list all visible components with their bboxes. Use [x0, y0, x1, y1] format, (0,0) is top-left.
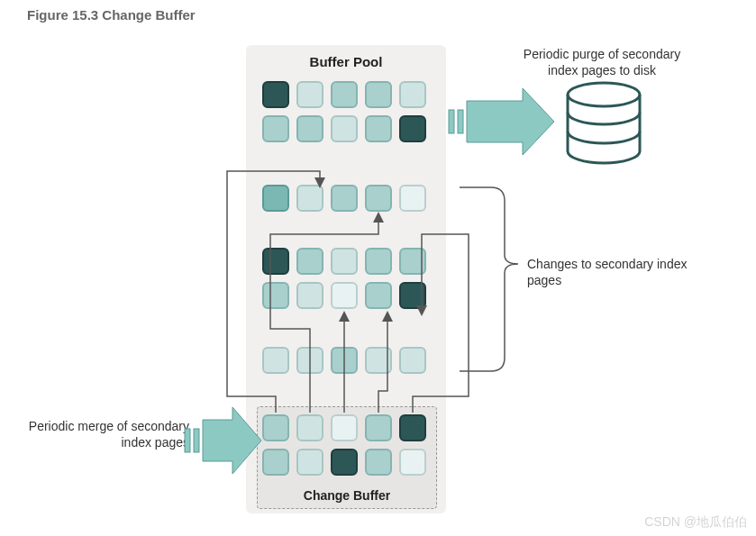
svg-point-3	[568, 83, 640, 106]
page-cell	[296, 81, 323, 108]
database-icon	[568, 83, 640, 163]
watermark: CSDN @地瓜伯伯	[644, 514, 747, 531]
page-cell	[262, 449, 289, 476]
page-cell	[365, 248, 392, 275]
pool-grid-mid1	[262, 185, 426, 212]
page-cell	[399, 185, 426, 212]
page-cell	[296, 115, 323, 142]
page-cell	[399, 347, 426, 374]
page-cell	[296, 248, 323, 275]
page-cell	[365, 282, 392, 309]
page-cell	[365, 449, 392, 476]
page-cell	[365, 347, 392, 374]
figure-title: Figure 15.3 Change Buffer	[27, 7, 196, 23]
page-cell	[399, 81, 426, 108]
page-cell	[296, 347, 323, 374]
svg-rect-0	[449, 110, 454, 133]
page-cell	[331, 347, 358, 374]
change-buffer-label: Change Buffer	[258, 488, 436, 503]
page-cell	[262, 248, 289, 275]
svg-rect-1	[458, 110, 463, 133]
label-changes: Changes to secondary index pages	[527, 257, 689, 288]
svg-rect-5	[194, 429, 199, 452]
svg-marker-2	[467, 88, 554, 155]
change-buffer-grid	[262, 414, 426, 476]
page-cell	[262, 347, 289, 374]
page-cell	[365, 81, 392, 108]
pool-grid-top	[262, 81, 426, 142]
pool-grid-mid2	[262, 248, 426, 309]
label-merge: Periodic merge of secondary index pages	[27, 419, 189, 450]
page-cell	[296, 449, 323, 476]
bracket-changes	[460, 187, 518, 371]
page-cell	[331, 282, 358, 309]
page-cell	[399, 282, 426, 309]
page-cell	[399, 248, 426, 275]
buffer-pool-label: Buffer Pool	[246, 54, 446, 69]
page-cell	[331, 449, 358, 476]
page-cell	[331, 248, 358, 275]
arrow-purge-icon	[449, 88, 554, 155]
page-cell	[365, 414, 392, 441]
page-cell	[262, 185, 289, 212]
page-cell	[262, 81, 289, 108]
page-cell	[399, 449, 426, 476]
label-purge: Periodic purge of secondary index pages …	[512, 47, 692, 78]
page-cell	[296, 282, 323, 309]
pool-grid-bot	[262, 347, 426, 374]
page-cell	[296, 185, 323, 212]
page-cell	[399, 414, 426, 441]
page-cell	[331, 414, 358, 441]
page-cell	[262, 115, 289, 142]
page-cell	[331, 115, 358, 142]
page-cell	[365, 115, 392, 142]
page-cell	[399, 115, 426, 142]
page-cell	[331, 185, 358, 212]
page-cell	[296, 414, 323, 441]
page-cell	[262, 414, 289, 441]
page-cell	[365, 185, 392, 212]
page-cell	[262, 282, 289, 309]
page-cell	[331, 81, 358, 108]
